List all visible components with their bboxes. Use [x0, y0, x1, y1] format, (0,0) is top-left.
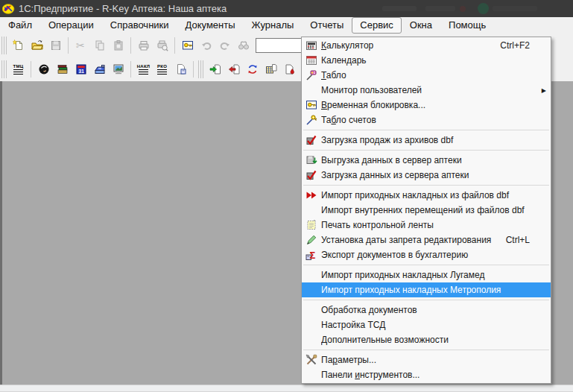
- menu-item-import-invoices-lugamed[interactable]: Импорт приходных накладных Лугамед: [302, 268, 551, 282]
- import-red-button[interactable]: [224, 60, 243, 78]
- person-button[interactable]: [34, 60, 53, 78]
- table-document-icon: [265, 63, 277, 75]
- menu-item-upload-to-server[interactable]: Выгрузка данных в сервер аптеки: [302, 153, 551, 168]
- cut-scissors-icon: ✂: [75, 39, 87, 51]
- service-menu-popup: Калькулятор Ctrl+F2 Календарь Табло Мони…: [301, 37, 551, 384]
- menu-item-toolbars[interactable]: Панели инструментов...: [302, 367, 551, 382]
- paste-button[interactable]: [109, 37, 127, 54]
- new-document-button[interactable]: [9, 37, 28, 54]
- document-save-button[interactable]: [171, 60, 190, 78]
- menu-item-process-documents[interactable]: Обработка документов: [302, 303, 551, 317]
- copy-button[interactable]: [90, 37, 109, 54]
- print-button[interactable]: [134, 37, 153, 54]
- cash-register-button[interactable]: [90, 60, 109, 78]
- tmc-list-button[interactable]: ТМЦ: [9, 60, 28, 78]
- menu-separator: [303, 150, 549, 151]
- menubar-item-directories[interactable]: Справочники: [102, 17, 177, 34]
- toolbar-grip-handle[interactable]: [198, 60, 203, 78]
- cut-button[interactable]: ✂: [72, 37, 90, 54]
- tablo-icon: [302, 69, 321, 81]
- books-button[interactable]: [53, 60, 72, 78]
- menu-item-set-edit-lock-date[interactable]: Установка даты запрета редактирования Ct…: [302, 233, 551, 247]
- red-check-book-icon: [302, 169, 321, 181]
- menu-item-calculator[interactable]: Калькулятор Ctrl+F2: [302, 38, 551, 53]
- save-button[interactable]: [46, 37, 65, 54]
- menubar-item-operations[interactable]: Операции: [40, 17, 102, 34]
- menu-item-import-invoices-dbf[interactable]: Импорт приходных накладных из файлов dbf: [302, 188, 551, 203]
- redo-button[interactable]: [215, 37, 234, 54]
- toolbar-separator: [31, 61, 31, 78]
- menu-item-export-to-accounting[interactable]: Σ Экспорт документов в бухгалтерию: [302, 247, 551, 262]
- calendar-31-button[interactable]: 31: [72, 60, 90, 78]
- status-bar: [0, 385, 573, 392]
- toolbar-separator: [68, 37, 69, 54]
- toolbar-grip-handle[interactable]: [1, 60, 7, 78]
- menu-item-tsd-settings[interactable]: Настройка ТСД: [302, 317, 551, 332]
- menu-separator: [303, 130, 549, 130]
- menu-item-load-from-server[interactable]: Загрузка данных из сервера аптеки: [302, 168, 551, 183]
- menu-separator: [303, 350, 549, 350]
- 1c-logo-icon: [2, 3, 15, 14]
- nakl-list-icon: НАКЛ: [137, 64, 151, 75]
- note-icon: [302, 219, 321, 231]
- redo-icon: [219, 39, 231, 51]
- menu-item-extra-features[interactable]: Дополнительные возможности: [302, 332, 551, 347]
- sync-arrows-icon: [247, 63, 259, 75]
- titlebar-background-remnants: [379, 0, 573, 17]
- menu-item-parameters[interactable]: Параметры...: [302, 353, 551, 367]
- menu-item-import-transfers-dbf[interactable]: Импорт внутренних перемещений из файлов …: [302, 203, 551, 218]
- find-binoculars-icon: [238, 39, 250, 51]
- menubar-item-reports[interactable]: Отчеты: [302, 17, 352, 34]
- submenu-arrow-icon: ▶: [536, 87, 551, 94]
- menu-item-tablo[interactable]: Табло: [302, 68, 551, 83]
- menu-item-temp-lock[interactable]: Временная блокировка...: [302, 98, 551, 113]
- shortcut-label: Ctrl+F2: [500, 40, 551, 51]
- calculator-icon: [302, 39, 321, 51]
- svg-text:31: 31: [78, 69, 84, 74]
- rko-list-button[interactable]: РКО: [153, 60, 171, 78]
- menubar-item-help[interactable]: Помощь: [440, 17, 494, 34]
- find-button[interactable]: [234, 37, 253, 54]
- menu-item-load-sales-dbf[interactable]: Загрузка продаж из архивов dbf: [302, 133, 551, 148]
- table-document-button[interactable]: [262, 60, 280, 78]
- menubar-item-journals[interactable]: Журналы: [244, 17, 303, 34]
- menubar-item-file[interactable]: Файл: [0, 17, 40, 34]
- menubar-item-windows[interactable]: Окна: [402, 17, 440, 34]
- green-arrow-document-icon: [209, 63, 221, 75]
- menu-item-calendar[interactable]: Календарь: [302, 53, 551, 68]
- session-lock-button[interactable]: [178, 37, 197, 54]
- monitor-button[interactable]: [109, 60, 127, 78]
- menu-separator: [303, 300, 549, 300]
- menu-item-import-invoices-metropolia[interactable]: Импорт приходных накладных Метрополия: [302, 282, 551, 297]
- menu-item-print-control-tape[interactable]: Печать контрольной ленты: [302, 218, 551, 233]
- menu-item-user-monitor[interactable]: Монитор пользователей ▶: [302, 83, 551, 98]
- wand-key-icon: [302, 114, 321, 126]
- monitor-icon: [113, 63, 124, 75]
- menubar-item-service[interactable]: Сервис: [352, 17, 402, 34]
- open-button[interactable]: [28, 37, 46, 54]
- nakl-list-button[interactable]: НАКЛ: [134, 60, 153, 78]
- menu-bar: Файл Операции Справочники Документы Журн…: [0, 17, 573, 34]
- cash-register-icon: [94, 63, 106, 75]
- svg-text:Σ: Σ: [310, 250, 316, 261]
- undo-icon: [200, 39, 212, 51]
- menu-separator: [303, 185, 549, 186]
- menubar-item-documents[interactable]: Документы: [177, 17, 244, 34]
- books-icon: [57, 63, 69, 75]
- menu-item-tablo-accounts[interactable]: Табло счетов: [302, 113, 551, 127]
- drop-document-button[interactable]: [280, 60, 299, 78]
- import-green-button[interactable]: [206, 60, 224, 78]
- copy-icon: [94, 39, 106, 51]
- sync-button[interactable]: [243, 60, 262, 78]
- undo-button[interactable]: [197, 37, 215, 54]
- red-check-book-icon: [302, 134, 321, 146]
- new-document-icon: [13, 39, 25, 51]
- title-bar: 1С:Предприятие - R-Key Аптека: Наша апте…: [0, 0, 573, 17]
- calendar-31-icon: 31: [75, 63, 87, 75]
- open-folder-icon: [31, 39, 43, 51]
- toolbar-separator: [130, 61, 131, 78]
- pencil-icon: [302, 234, 321, 246]
- print-preview-button[interactable]: [153, 37, 171, 54]
- save-icon: [50, 39, 62, 51]
- toolbar-grip-handle[interactable]: [1, 37, 7, 54]
